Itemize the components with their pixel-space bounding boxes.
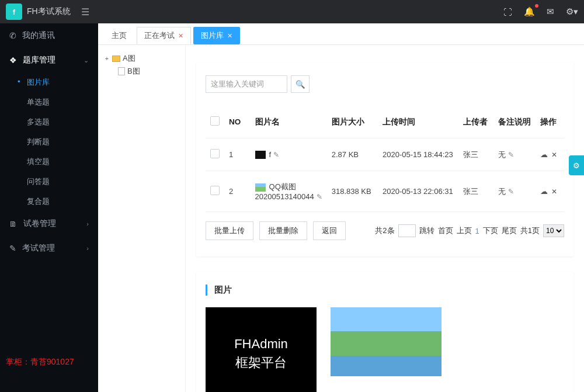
pager-first[interactable]: 首页: [438, 226, 453, 236]
image-table: NO 图片名 图片大小 上传时间 上传者 备注说明 操作 1 f✎ 2.: [206, 106, 564, 212]
pager-last[interactable]: 尾页: [502, 226, 517, 236]
search-input[interactable]: [206, 75, 287, 93]
section-title: 图片: [206, 285, 564, 296]
sidebar-item-exam[interactable]: ✎ 考试管理 ›: [0, 236, 98, 261]
gallery: FHAdmin 框架平台: [206, 307, 564, 392]
pager-next[interactable]: 下页: [483, 226, 498, 236]
batch-delete-button[interactable]: 批量删除: [259, 221, 307, 240]
doc-icon: 🗎: [9, 220, 18, 228]
bell-icon[interactable]: 🔔: [524, 6, 535, 17]
subitem-image-lib[interactable]: 图片库: [0, 72, 98, 92]
pager-jump[interactable]: 跳转: [419, 226, 434, 236]
subitem-judge[interactable]: 判断题: [0, 132, 98, 152]
gear-icon: ⚙: [573, 161, 580, 170]
delete-icon[interactable]: ✕: [551, 151, 557, 159]
submenu-question-bank: 图片库 单选题 多选题 判断题 填空题 问答题 复合题: [0, 72, 98, 211]
brand: f FH考试系统: [6, 4, 71, 20]
close-icon[interactable]: ✕: [178, 32, 183, 39]
download-icon[interactable]: ☁: [540, 150, 548, 159]
edit-name-icon[interactable]: ✎: [273, 151, 279, 159]
pager: 共2条 跳转 首页 上页 1 下页 尾页 共1页 10: [375, 224, 564, 237]
tab-home[interactable]: 主页: [104, 27, 134, 44]
back-button[interactable]: 返回: [313, 221, 346, 240]
button-row: 批量上传 批量删除 返回 共2条 跳转 首页 上页 1 下页 尾页 共1页 10: [206, 212, 564, 244]
gallery-item[interactable]: FHAdmin 框架平台: [206, 307, 317, 392]
subitem-compound[interactable]: 复合题: [0, 192, 98, 211]
close-icon[interactable]: ✕: [227, 32, 232, 39]
phone-icon: ✆: [9, 31, 16, 40]
main-panel: 🔍 NO 图片名 图片大小 上传时间 上传者 备注说明 操作: [186, 45, 584, 392]
tree-node-b[interactable]: B图: [104, 65, 179, 78]
edit-icon: ✎: [9, 244, 16, 253]
checkbox-all[interactable]: [210, 116, 220, 126]
subitem-single[interactable]: 单选题: [0, 92, 98, 112]
chevron-right-icon: ›: [86, 245, 89, 252]
table-row: 2 QQ截图20200513140044✎ 318.838 KB 2020-05…: [206, 171, 564, 212]
mail-icon[interactable]: ✉: [547, 6, 554, 17]
tabs: 主页 正在考试✕ 图片库✕: [98, 23, 584, 45]
sidebar: ✆ 我的通讯 ❖ 题库管理 ⌄ 图片库 单选题 多选题 判断题 填空题 问答题 …: [0, 23, 98, 392]
subitem-fill[interactable]: 填空题: [0, 152, 98, 172]
download-icon[interactable]: ☁: [540, 187, 548, 196]
brand-logo: f: [6, 4, 22, 20]
checkbox-row[interactable]: [210, 186, 220, 195]
sidebar-footer: 掌柜：青苔901027: [6, 357, 74, 367]
search-button[interactable]: 🔍: [291, 75, 310, 93]
gear-icon[interactable]: ⚙▾: [566, 6, 578, 17]
pager-jump-input[interactable]: [398, 224, 416, 237]
pager-prev[interactable]: 上页: [457, 226, 472, 236]
folder-tree: + A图 B图: [98, 45, 186, 392]
chevron-right-icon: ›: [86, 220, 89, 227]
edit-remark-icon[interactable]: ✎: [508, 151, 514, 159]
settings-float-button[interactable]: ⚙: [569, 155, 584, 175]
edit-name-icon[interactable]: ✎: [317, 193, 322, 201]
sidebar-item-paper[interactable]: 🗎 试卷管理 ›: [0, 211, 98, 236]
thumbnail: [255, 183, 266, 192]
content: 主页 正在考试✕ 图片库✕ + A图 B图 🔍: [98, 23, 584, 392]
tab-exam-running[interactable]: 正在考试✕: [137, 27, 191, 44]
checkbox-row[interactable]: [210, 149, 220, 158]
gallery-item[interactable]: [331, 307, 442, 392]
menu-collapse-icon[interactable]: ☰: [81, 6, 89, 18]
tab-image-lib[interactable]: 图片库✕: [193, 27, 240, 44]
pager-current: 1: [475, 227, 479, 235]
fullscreen-icon[interactable]: ⛶: [503, 7, 512, 17]
table-row: 1 f✎ 2.87 KB 2020-05-15 18:44:23 张三 无✎ ☁…: [206, 138, 564, 171]
search-icon: 🔍: [296, 80, 305, 89]
brand-title: FH考试系统: [27, 6, 71, 17]
expand-icon[interactable]: +: [104, 55, 110, 62]
edit-remark-icon[interactable]: ✎: [508, 188, 514, 196]
subitem-qa[interactable]: 问答题: [0, 172, 98, 192]
thumbnail: [255, 151, 266, 159]
search-row: 🔍: [206, 75, 564, 93]
stack-icon: ❖: [9, 55, 17, 65]
sidebar-item-question-bank[interactable]: ❖ 题库管理 ⌄: [0, 48, 98, 72]
pager-size-select[interactable]: 10: [543, 224, 564, 237]
folder-icon: [112, 55, 120, 62]
gallery-image-fhadmin: FHAdmin 框架平台: [206, 307, 317, 392]
file-icon: [118, 67, 125, 75]
tree-node-a[interactable]: + A图: [104, 52, 179, 65]
gallery-image-pic: [331, 307, 442, 376]
batch-upload-button[interactable]: 批量上传: [206, 221, 253, 240]
sidebar-item-contacts[interactable]: ✆ 我的通讯: [0, 23, 98, 48]
topbar-actions: ⛶ 🔔 ✉ ⚙▾: [503, 6, 578, 17]
delete-icon[interactable]: ✕: [551, 188, 557, 196]
subitem-multi[interactable]: 多选题: [0, 112, 98, 132]
topbar: f FH考试系统 ☰ ⛶ 🔔 ✉ ⚙▾: [0, 0, 584, 23]
chevron-down-icon: ⌄: [84, 57, 89, 64]
